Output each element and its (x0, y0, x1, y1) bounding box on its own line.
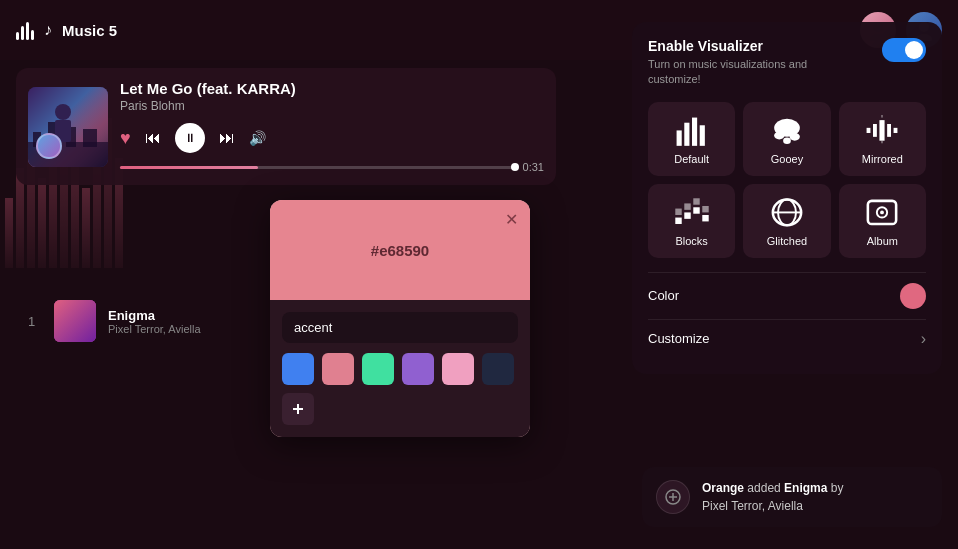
svg-rect-46 (702, 215, 708, 221)
progress-bar[interactable]: 0:31 (120, 161, 544, 173)
color-hex-value: #e68590 (371, 242, 429, 259)
svg-rect-45 (693, 199, 699, 205)
wave-icon (16, 20, 34, 40)
track-thumbnail (54, 300, 96, 342)
swatch-blue[interactable] (282, 353, 314, 385)
album-icon (864, 199, 900, 227)
viz-label-mirrored: Mirrored (862, 153, 903, 165)
svg-rect-26 (676, 131, 681, 146)
track-title: Let Me Go (feat. KARRA) (120, 80, 544, 97)
glitched-icon (769, 199, 805, 227)
color-preview-area: ✕ #e68590 (270, 200, 530, 300)
svg-rect-42 (684, 213, 690, 219)
notification-track: Enigma (784, 481, 827, 495)
blocks-icon (674, 199, 710, 227)
progress-track[interactable] (120, 166, 515, 169)
track-artist: Paris Blohm (120, 99, 544, 113)
visualizer-panel: Enable Visualizer Turn on music visualiz… (632, 22, 942, 374)
prev-button[interactable]: ⏮ (145, 129, 161, 147)
viz-option-default[interactable]: Default (648, 102, 735, 176)
viz-option-gooey[interactable]: Gooey (743, 102, 830, 176)
viz-label-album: Album (867, 235, 898, 247)
enable-visualizer-toggle[interactable] (882, 38, 926, 62)
viz-option-glitched[interactable]: Glitched (743, 184, 830, 258)
color-picker-button[interactable] (900, 283, 926, 309)
viz-option-album[interactable]: Album (839, 184, 926, 258)
volume-button[interactable]: 🔊 (249, 130, 266, 146)
notification: Orange added Enigma by Pixel Terror, Avi… (642, 467, 942, 527)
customize-row[interactable]: Customize › (648, 319, 926, 358)
panel-header: Enable Visualizer Turn on music visualiz… (648, 38, 926, 88)
color-picker-body (270, 300, 530, 437)
svg-rect-28 (692, 118, 697, 146)
color-picker-close-button[interactable]: ✕ (505, 210, 518, 229)
next-button[interactable]: ⏭ (219, 129, 235, 147)
color-row: Color (648, 272, 926, 319)
svg-rect-27 (684, 123, 689, 146)
svg-point-32 (790, 133, 800, 141)
add-custom-swatch-button[interactable] (282, 393, 314, 425)
music-note-icon: ♪ (44, 21, 52, 39)
svg-rect-37 (887, 124, 891, 137)
player-controls: ♥ ⏮ ⏸ ⏭ 🔊 (120, 123, 544, 153)
svg-rect-34 (867, 128, 871, 133)
like-button[interactable]: ♥ (120, 128, 131, 149)
viz-label-gooey: Gooey (771, 153, 803, 165)
notification-text: Orange added Enigma by Pixel Terror, Avi… (702, 479, 843, 515)
color-swatches (282, 353, 518, 425)
svg-point-22 (55, 104, 71, 120)
swatch-pink[interactable] (322, 353, 354, 385)
svg-rect-40 (675, 218, 681, 224)
current-time: 0:31 (523, 161, 544, 173)
default-icon (674, 117, 710, 145)
swatch-purple[interactable] (402, 353, 434, 385)
svg-rect-44 (693, 208, 699, 214)
track-number: 1 (28, 314, 42, 329)
svg-rect-7 (38, 178, 46, 268)
svg-point-31 (774, 132, 784, 140)
svg-rect-38 (894, 128, 898, 133)
playlist-track-artist: Pixel Terror, Aviella (108, 323, 201, 335)
svg-rect-29 (699, 126, 704, 147)
viz-label-default: Default (674, 153, 709, 165)
progress-dot (511, 163, 519, 171)
notification-user: Orange (702, 481, 744, 495)
customize-label: Customize (648, 331, 709, 346)
panel-title-area: Enable Visualizer Turn on music visualiz… (648, 38, 828, 88)
svg-rect-35 (873, 124, 877, 137)
viz-option-mirrored[interactable]: Mirrored (839, 102, 926, 176)
panel-title: Enable Visualizer (648, 38, 828, 54)
track-info: Let Me Go (feat. KARRA) Paris Blohm ♥ ⏮ … (120, 80, 544, 173)
viz-option-blocks[interactable]: Blocks (648, 184, 735, 258)
player-card: Let Me Go (feat. KARRA) Paris Blohm ♥ ⏮ … (16, 68, 556, 185)
swatch-green[interactable] (362, 353, 394, 385)
svg-rect-43 (684, 204, 690, 210)
gooey-icon (769, 117, 805, 145)
player-avatar (36, 133, 62, 159)
svg-point-53 (880, 211, 884, 215)
album-art (28, 87, 108, 167)
toggle-knob (905, 41, 923, 59)
svg-rect-41 (675, 209, 681, 215)
player-inner: Let Me Go (feat. KARRA) Paris Blohm ♥ ⏮ … (16, 68, 556, 185)
viz-label-blocks: Blocks (675, 235, 707, 247)
swatch-light-pink[interactable] (442, 353, 474, 385)
svg-rect-47 (702, 206, 708, 212)
svg-rect-21 (83, 129, 97, 147)
viz-label-glitched: Glitched (767, 235, 807, 247)
app-title: Music 5 (62, 22, 117, 39)
viz-options-grid: Default Gooey (648, 102, 926, 258)
svg-rect-25 (54, 300, 96, 342)
panel-subtitle: Turn on music visualizations and customi… (648, 57, 828, 88)
color-label: Color (648, 288, 679, 303)
playlist-track-title: Enigma (108, 308, 201, 323)
mirrored-icon (864, 117, 900, 145)
notification-artist: Pixel Terror, Aviella (702, 499, 803, 513)
swatch-dark-blue[interactable] (482, 353, 514, 385)
play-pause-button[interactable]: ⏸ (175, 123, 205, 153)
app-logo-area: ♪ Music 5 (16, 20, 117, 40)
playlist-track-info: Enigma Pixel Terror, Aviella (108, 308, 201, 335)
progress-fill (120, 166, 258, 169)
svg-rect-4 (5, 198, 13, 268)
color-search-input[interactable] (282, 312, 518, 343)
